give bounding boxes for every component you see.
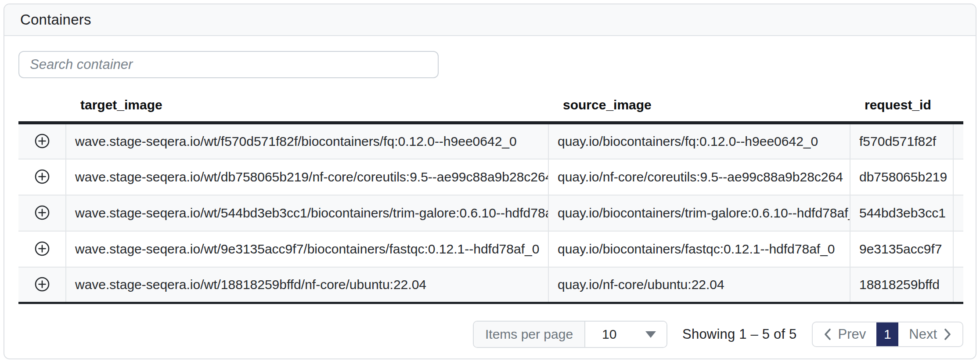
containers-table: target_image source_image request_id wav…	[18, 90, 963, 304]
request-id-cell: 9e3135acc9f7	[850, 231, 953, 267]
chevron-right-icon	[943, 328, 952, 341]
chevron-left-icon	[823, 328, 832, 341]
target-image-cell: wave.stage-seqera.io/wt/544bd3eb3cc1/bio…	[66, 195, 548, 231]
source-image-cell: quay.io/nf-core/coreutils:9.5--ae99c88a9…	[548, 159, 850, 195]
expand-cell	[18, 231, 66, 267]
items-per-page-label: Items per page	[474, 322, 585, 347]
expand-cell	[18, 195, 66, 231]
expand-cell	[18, 123, 66, 159]
target-image-cell: wave.stage-seqera.io/wt/18818259bffd/nf-…	[66, 267, 548, 303]
source-image-cell: quay.io/biocontainers/trim-galore:0.6.10…	[548, 195, 850, 231]
page-title: Containers	[20, 11, 91, 28]
plus-circle-icon	[34, 133, 50, 149]
next-page-button[interactable]: Next	[898, 322, 962, 346]
table-row: wave.stage-seqera.io/wt/f570d571f82f/bio…	[18, 123, 963, 159]
caret-down-icon	[645, 331, 656, 338]
request-id-cell: f570d571f82f	[850, 123, 953, 159]
plus-circle-icon	[34, 205, 50, 221]
request-id-cell: 18818259bffd	[850, 267, 953, 303]
items-per-page-value: 10	[602, 327, 616, 342]
clipped-cell	[953, 267, 963, 303]
clipped-cell	[953, 231, 963, 267]
clipped-cell	[953, 123, 963, 159]
plus-circle-icon	[34, 276, 50, 292]
next-page-label: Next	[909, 326, 937, 342]
source-image-cell: quay.io/biocontainers/fastqc:0.12.1--hdf…	[548, 231, 850, 267]
column-header-source-image: source_image	[548, 90, 850, 123]
pagination-control: Prev 1 Next	[812, 322, 964, 347]
card-header: Containers	[4, 4, 976, 36]
target-image-cell: wave.stage-seqera.io/wt/db758065b219/nf-…	[66, 159, 548, 195]
table-footer: Items per page 10 Showing 1 – 5 of 5 Pre…	[18, 321, 963, 348]
prev-page-label: Prev	[838, 326, 866, 342]
items-per-page-select[interactable]: 10	[585, 322, 667, 347]
expand-row-button[interactable]	[32, 274, 53, 295]
target-image-cell: wave.stage-seqera.io/wt/9e3135acc9f7/bio…	[66, 231, 548, 267]
expand-row-button[interactable]	[32, 238, 53, 259]
table-row: wave.stage-seqera.io/wt/18818259bffd/nf-…	[18, 267, 963, 303]
expand-cell	[18, 159, 66, 195]
search-input[interactable]	[18, 51, 439, 78]
prev-page-button[interactable]: Prev	[813, 322, 877, 346]
plus-circle-icon	[34, 241, 50, 257]
table-row: wave.stage-seqera.io/wt/544bd3eb3cc1/bio…	[18, 195, 963, 231]
expand-row-button[interactable]	[32, 166, 53, 187]
clipped-column-header	[953, 90, 963, 123]
request-id-cell: db758065b219	[850, 159, 953, 195]
expand-row-button[interactable]	[32, 130, 53, 152]
table-header-row: target_image source_image request_id	[18, 90, 963, 123]
expand-column-header	[18, 90, 66, 123]
clipped-cell	[953, 195, 963, 231]
table-row: wave.stage-seqera.io/wt/db758065b219/nf-…	[18, 159, 963, 195]
expand-row-button[interactable]	[32, 202, 53, 223]
card-body: target_image source_image request_id wav…	[4, 36, 976, 348]
target-image-cell: wave.stage-seqera.io/wt/f570d571f82f/bio…	[66, 123, 548, 159]
table-row: wave.stage-seqera.io/wt/9e3135acc9f7/bio…	[18, 231, 963, 267]
items-per-page-group: Items per page 10	[473, 321, 667, 348]
containers-card: Containers target_image source_image req…	[4, 4, 976, 359]
column-header-target-image: target_image	[66, 90, 548, 123]
plus-circle-icon	[34, 169, 50, 185]
clipped-cell	[953, 159, 963, 195]
source-image-cell: quay.io/biocontainers/fq:0.12.0--h9ee064…	[548, 123, 850, 159]
expand-cell	[18, 267, 66, 303]
current-page-button[interactable]: 1	[876, 322, 898, 346]
request-id-cell: 544bd3eb3cc1	[850, 195, 953, 231]
showing-range-text: Showing 1 – 5 of 5	[682, 326, 796, 342]
source-image-cell: quay.io/nf-core/ubuntu:22.04	[548, 267, 850, 303]
column-header-request-id: request_id	[850, 90, 953, 123]
